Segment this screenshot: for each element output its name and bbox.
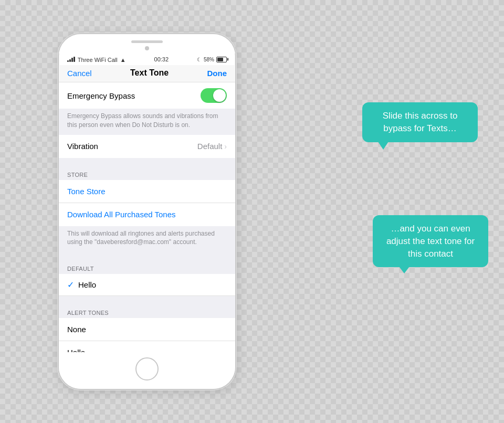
nav-bar: Cancel Text Tone Done (59, 65, 235, 82)
tooltip-bypass: Slide this across to bypass for Texts… (362, 102, 478, 142)
vibration-value: Default (197, 142, 223, 151)
page-title: Text Tone (130, 68, 169, 78)
phone-frame: Three WiFi Call ▲ 00:32 ☾ 58% Cancel Tex… (58, 33, 236, 390)
phone-speaker (131, 40, 163, 43)
tone-store-row[interactable]: Tone Store (59, 180, 235, 203)
tooltip-tone: …and you can even adjust the text tone f… (373, 215, 488, 267)
vibration-section: Vibration Default › (59, 135, 235, 158)
emergency-bypass-description: Emergency Bypass allows sounds and vibra… (59, 109, 235, 135)
toggle-thumb (213, 89, 226, 102)
status-bar: Three WiFi Call ▲ 00:32 ☾ 58% (59, 54, 235, 65)
tone-store-link[interactable]: Tone Store (67, 187, 106, 196)
signal-bar-1 (67, 60, 69, 62)
emergency-bypass-toggle[interactable] (201, 88, 227, 103)
vibration-value-container: Default › (197, 142, 227, 151)
emergency-bypass-row: Emergency Bypass (59, 82, 235, 109)
emergency-bypass-label: Emergency Bypass (67, 91, 135, 100)
gap-3 (59, 296, 235, 305)
battery-icon (216, 57, 227, 62)
signal-bar-4 (74, 57, 75, 62)
home-button[interactable] (135, 357, 159, 380)
content-area: Emergency Bypass Emergency Bypass allows… (59, 82, 235, 352)
carrier-label: Three WiFi Call ▲ (67, 56, 126, 63)
alert-tone-none: None (67, 325, 86, 334)
phone-camera (145, 46, 149, 50)
signal-bar-2 (69, 59, 71, 62)
checkmark-icon: ✓ (67, 280, 74, 290)
wifi-icon: ▲ (120, 57, 126, 63)
default-section-label: DEFAULT (59, 261, 235, 274)
store-section-label: STORE (59, 167, 235, 180)
cancel-button[interactable]: Cancel (67, 69, 92, 78)
battery-fill (217, 58, 223, 61)
store-description: This will download all ringtones and ale… (59, 226, 235, 252)
alert-tone-none-row[interactable]: None (59, 318, 235, 341)
vibration-label: Vibration (67, 142, 98, 151)
default-tone-label: Hello (78, 280, 96, 289)
phone-top (59, 34, 235, 54)
default-tone-row[interactable]: ✓ Hello (59, 274, 235, 296)
status-time: 00:32 (154, 56, 169, 62)
toggle-track (201, 88, 227, 103)
gap-1 (59, 158, 235, 167)
alert-tones-section-label: ALERT TONES (59, 305, 235, 318)
status-right: ☾ 58% (197, 57, 227, 62)
battery-percent: 58% (204, 57, 214, 62)
signal-bars-icon (67, 56, 75, 62)
vibration-chevron-icon: › (224, 142, 227, 151)
alert-tone-hello: Hello (67, 348, 85, 352)
signal-bar-3 (71, 58, 73, 62)
emergency-bypass-section: Emergency Bypass (59, 82, 235, 109)
tooltip-tone-text: …and you can even adjust the text tone f… (386, 224, 475, 259)
store-section: Tone Store Download All Purchased Tones (59, 180, 235, 226)
download-tones-row[interactable]: Download All Purchased Tones (59, 203, 235, 226)
default-section: ✓ Hello (59, 274, 235, 296)
moon-icon: ☾ (197, 57, 202, 62)
download-tones-link[interactable]: Download All Purchased Tones (67, 210, 176, 219)
tooltip-bypass-text: Slide this across to bypass for Texts… (383, 111, 458, 133)
gap-2 (59, 252, 235, 261)
alert-tones-section: None Hello Aurora (59, 318, 235, 352)
vibration-row[interactable]: Vibration Default › (59, 135, 235, 158)
phone-bottom (59, 352, 235, 389)
alert-tone-hello-row[interactable]: Hello (59, 341, 235, 352)
done-button[interactable]: Done (207, 69, 227, 78)
